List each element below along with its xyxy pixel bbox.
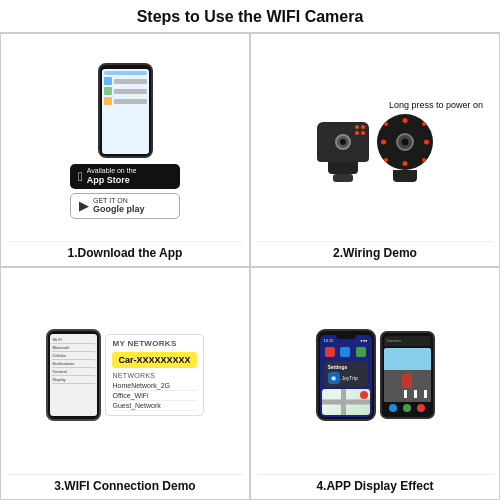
app-icon	[104, 77, 112, 85]
joytrip-icon-symbol: ◉	[331, 374, 336, 381]
settings-row: Wi-Fi	[52, 336, 95, 344]
cell1-inner:  Available on the App Store ▶ GET IT ON…	[7, 63, 243, 219]
store-badges:  Available on the App Store ▶ GET IT ON…	[70, 164, 180, 219]
cam-body-front	[377, 114, 433, 170]
map-pin	[360, 391, 368, 399]
wifi-network-item: HomeNetwork_2G	[112, 381, 196, 391]
app-list	[104, 77, 147, 105]
cam-led	[355, 131, 359, 135]
road-line	[404, 390, 407, 398]
googleplay-text: GET IT ON Google play	[93, 197, 145, 215]
phone-mockup	[98, 63, 153, 158]
long-press-label: Long press to power on	[389, 100, 483, 110]
settings-screen: Wi-Fi Bluetooth Cellular Notifications G…	[50, 334, 97, 416]
camera-side	[317, 122, 369, 182]
app-row	[104, 97, 147, 105]
apple-icon: 	[78, 170, 83, 183]
bottom-icon-green	[403, 404, 411, 412]
app-icon-blue	[340, 347, 350, 357]
content-grid:  Available on the App Store ▶ GET IT ON…	[0, 32, 500, 500]
car-shape	[402, 374, 412, 388]
led-left	[381, 140, 386, 145]
cell1-label: 1.Download the App	[7, 241, 243, 262]
phone-display-screen: 10:15 ●●● Settings	[320, 335, 372, 417]
cam-leds-side	[355, 125, 365, 135]
cam-base-front	[393, 170, 417, 182]
phone2-bottom-icons	[384, 402, 431, 414]
appstore-badge[interactable]:  Available on the App Store	[70, 164, 180, 188]
wifi-network-item: Office_WiFi	[112, 391, 196, 401]
phone-screen	[102, 69, 149, 154]
cell4-content: 10:15 ●●● Settings	[257, 276, 493, 475]
led-br	[422, 158, 426, 162]
time-display: 10:15	[324, 338, 334, 343]
led-tl	[384, 122, 388, 126]
led-right	[424, 140, 429, 145]
cell2-label: 2.Wiring Demo	[257, 241, 493, 262]
app-text	[114, 79, 147, 84]
road-line	[414, 390, 417, 398]
bottom-icon-blue	[389, 404, 397, 412]
cam-led	[355, 125, 359, 129]
led-bl	[384, 158, 388, 162]
settings-overlay: Settings ◉ JoyTrip	[324, 361, 368, 387]
cam-base	[328, 162, 358, 174]
joytrip-label: JoyTrip	[342, 375, 358, 381]
bottom-icon-red	[417, 404, 425, 412]
phone-app-main: 10:15 ●●● Settings	[316, 329, 376, 421]
cell-wifi-demo: Wi-Fi Bluetooth Cellular Notifications G…	[0, 267, 250, 501]
wifi-my-networks-label: MY NETWORKS	[112, 339, 196, 348]
app-icon-orange	[104, 97, 112, 105]
wifi-car-network[interactable]: Car-XXXXXXXXX	[112, 352, 196, 368]
camera-label: Camera	[387, 338, 401, 343]
led-bottom	[403, 161, 408, 166]
cameras-row	[257, 114, 493, 182]
settings-row: Display	[52, 376, 95, 384]
cam-lens-inner	[402, 139, 409, 146]
cell3-label: 3.WIFI Connection Demo	[7, 474, 243, 495]
phone2-topbar: Camera	[384, 336, 431, 346]
settings-row: Bluetooth	[52, 344, 95, 352]
wifi-networks-label: NETWORKS	[112, 372, 196, 379]
page-title: Steps to Use the WIFI Camera	[137, 0, 364, 32]
map-view	[322, 389, 370, 415]
map-road-vertical	[341, 389, 346, 415]
app-icons-row	[322, 345, 370, 359]
cam-led	[361, 131, 365, 135]
settings-row: Cellular	[52, 352, 95, 360]
app-icon-green	[104, 87, 112, 95]
cell3-content: Wi-Fi Bluetooth Cellular Notifications G…	[7, 276, 243, 475]
cell2-content: Long press to power on	[257, 42, 493, 241]
battery-indicator: ●●●	[360, 338, 367, 343]
app-text	[114, 99, 147, 104]
phone-notch	[336, 335, 356, 339]
cam-front-container	[377, 114, 433, 170]
cell4-inner: 10:15 ●●● Settings	[257, 329, 493, 421]
appstore-text: Available on the App Store	[87, 167, 137, 185]
page: Steps to Use the WIFI Camera	[0, 0, 500, 500]
cam-lens-side	[335, 134, 351, 150]
road-scene-screen	[384, 348, 431, 402]
google-icon: ▶	[79, 199, 89, 212]
joytrip-icon: ◉	[328, 372, 340, 384]
app-text	[114, 89, 147, 94]
phone-camera-view: Camera	[380, 331, 435, 419]
cell-app-display: 10:15 ●●● Settings	[250, 267, 500, 501]
cell-wiring-demo: Long press to power on	[250, 33, 500, 267]
app-row	[104, 77, 147, 85]
joytrip-row: ◉ JoyTrip	[328, 372, 364, 384]
led-tr	[422, 122, 426, 126]
wifi-networks-panel: MY NETWORKS Car-XXXXXXXXX NETWORKS HomeN…	[105, 334, 203, 416]
road-scene	[384, 348, 431, 402]
camera-front	[377, 114, 433, 182]
settings-label: Settings	[328, 364, 364, 370]
led-top	[403, 118, 408, 123]
cell-download-app:  Available on the App Store ▶ GET IT ON…	[0, 33, 250, 267]
cam-lens-front	[396, 133, 414, 151]
cell3-inner: Wi-Fi Bluetooth Cellular Notifications G…	[7, 329, 243, 421]
googleplay-badge[interactable]: ▶ GET IT ON Google play	[70, 193, 180, 219]
cell1-content:  Available on the App Store ▶ GET IT ON…	[7, 42, 243, 241]
phone-settings: Wi-Fi Bluetooth Cellular Notifications G…	[46, 329, 101, 421]
app-icon-green	[356, 347, 366, 357]
cell2-inner: Long press to power on	[257, 100, 493, 182]
